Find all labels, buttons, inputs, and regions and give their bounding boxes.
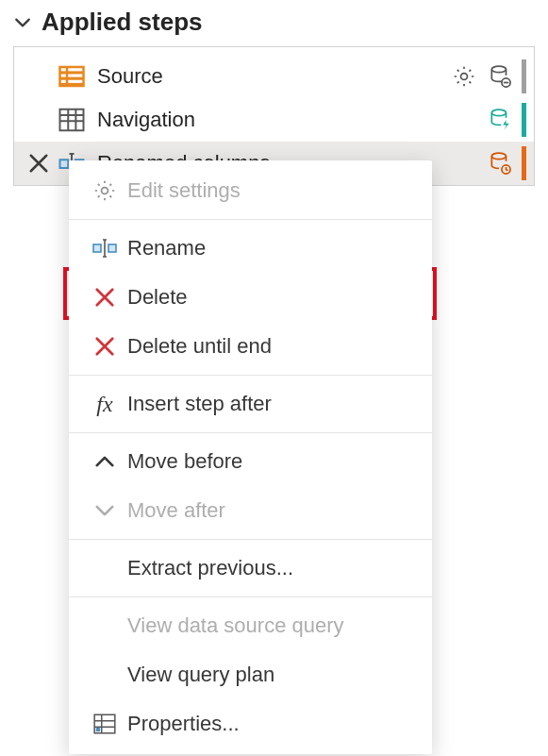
ctx-properties[interactable]: Properties... [69, 699, 432, 748]
database-lightning-icon[interactable] [486, 106, 514, 134]
ctx-label: Extract previous... [127, 556, 293, 580]
svg-point-9 [491, 66, 506, 73]
ctx-insert-step-after[interactable]: fx Insert step after [69, 379, 432, 428]
ctx-delete[interactable]: Delete [69, 273, 432, 322]
ctx-view-data-source-query: View data source query [69, 601, 432, 650]
step-row-source[interactable]: Source [14, 55, 534, 98]
chevron-up-icon [86, 451, 124, 472]
ctx-label: Move before [127, 449, 242, 474]
ctx-edit-settings: Edit settings [69, 166, 432, 215]
ctx-label: View data source query [127, 613, 344, 638]
step-status-bar [522, 146, 526, 180]
step-row-navigation[interactable]: Navigation [14, 98, 534, 142]
delete-step-icon[interactable] [22, 153, 56, 174]
fx-icon: fx [86, 392, 124, 417]
step-label: Navigation [97, 108, 486, 132]
svg-point-16 [491, 109, 506, 116]
database-clock-icon[interactable] [486, 149, 514, 177]
svg-rect-28 [96, 728, 100, 731]
svg-rect-11 [60, 109, 84, 131]
separator [69, 432, 432, 433]
svg-point-21 [102, 188, 108, 194]
ctx-label: Edit settings [127, 178, 241, 203]
svg-point-19 [491, 153, 506, 160]
ctx-view-query-plan[interactable]: View query plan [69, 650, 432, 699]
svg-rect-23 [108, 244, 116, 252]
step-label: Source [97, 64, 450, 89]
svg-rect-17 [60, 160, 69, 168]
step-status-bar [522, 59, 526, 93]
ctx-label: Insert step after [127, 392, 272, 416]
svg-rect-4 [61, 75, 66, 77]
gear-icon [86, 178, 124, 203]
svg-rect-5 [68, 75, 82, 77]
ctx-extract-previous[interactable]: Extract previous... [69, 544, 432, 593]
ctx-label: Move after [127, 498, 225, 523]
gear-icon[interactable] [450, 62, 478, 91]
context-menu: Edit settings Rename Delete Delete until… [69, 160, 432, 754]
database-minus-icon[interactable] [486, 62, 514, 91]
panel-title: Applied steps [42, 8, 202, 37]
svg-rect-2 [61, 68, 66, 71]
ctx-label: Properties... [127, 712, 240, 736]
svg-rect-3 [68, 68, 82, 71]
navigation-table-icon [56, 104, 88, 136]
chevron-down-icon [13, 13, 32, 32]
source-table-icon [56, 60, 88, 92]
ctx-move-after: Move after [69, 486, 432, 535]
separator [69, 219, 432, 220]
svg-rect-22 [93, 244, 101, 252]
ctx-label: Delete until end [127, 334, 272, 359]
svg-rect-6 [61, 80, 66, 83]
rename-icon [86, 237, 124, 260]
separator [69, 539, 432, 540]
ctx-label: View query plan [127, 663, 274, 687]
separator [69, 375, 432, 376]
ctx-label: Delete [127, 285, 188, 310]
ctx-rename[interactable]: Rename [69, 224, 432, 273]
svg-point-8 [461, 74, 468, 80]
svg-rect-7 [68, 80, 82, 83]
ctx-delete-until-end[interactable]: Delete until end [69, 322, 432, 371]
separator [69, 596, 432, 597]
close-icon [86, 287, 124, 308]
ctx-move-before[interactable]: Move before [69, 437, 432, 486]
chevron-down-icon [86, 500, 124, 521]
close-icon [86, 336, 124, 357]
properties-icon [86, 712, 124, 736]
step-status-bar [522, 103, 526, 137]
ctx-label: Rename [127, 236, 206, 260]
applied-steps-header[interactable]: Applied steps [0, 0, 548, 46]
